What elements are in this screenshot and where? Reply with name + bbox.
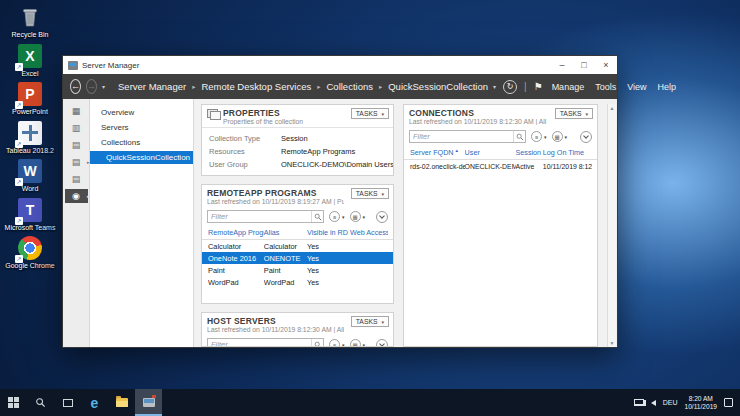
connections-row[interactable]: rds-02.oneclick-demo.com ONECLICK-DEMO\v…: [404, 160, 597, 172]
volume-icon[interactable]: [651, 400, 656, 406]
all-servers-icon[interactable]: ▤: [65, 138, 88, 152]
search-icon[interactable]: [311, 339, 323, 347]
property-row: User Group ONECLICK-DEMO\Domain Users: [209, 158, 386, 171]
taskbar-search-button[interactable]: [27, 389, 54, 416]
properties-header: PROPERTIES Properties of the collection …: [202, 105, 393, 127]
vertical-scrollbar[interactable]: ▲ ▼: [607, 104, 616, 347]
desktop-icon-tableau[interactable]: ↗ Tableau 2018.2: [2, 120, 58, 155]
task-view-button[interactable]: [54, 389, 81, 416]
notifications-flag-icon[interactable]: ⚑: [534, 81, 543, 92]
collection-detail-area: PROPERTIES Properties of the collection …: [194, 99, 617, 347]
desktop-icon-powerpoint[interactable]: P ↗ PowerPoint: [2, 81, 58, 116]
start-button[interactable]: [0, 389, 27, 416]
connections-filter-input[interactable]: [410, 132, 513, 141]
column-header-visible[interactable]: Visible in RD Web Access: [307, 228, 388, 237]
breadcrumb-collections[interactable]: Collections: [327, 81, 373, 92]
teams-icon: T ↗: [17, 197, 43, 223]
column-header-session-state[interactable]: Session State: [516, 148, 543, 157]
breadcrumb-quicksessioncollection[interactable]: QuickSessionCollection: [388, 81, 488, 92]
column-header-logon-time[interactable]: Log On Time: [543, 148, 592, 157]
column-header-alias[interactable]: Alias: [264, 228, 307, 237]
connections-tasks-button[interactable]: TASKS▾: [555, 108, 593, 119]
connections-table-header: Server FQDN▲ User Session State Log On T…: [404, 146, 597, 160]
grid-icon: ▦: [350, 339, 361, 347]
internet-explorer-icon: e: [91, 396, 99, 410]
host-servers-panel: HOST SERVERS Last refreshed on 10/11/201…: [201, 312, 394, 347]
minimize-button[interactable]: –: [551, 56, 573, 74]
internet-explorer-button[interactable]: e: [81, 389, 108, 416]
host-servers-filter-input[interactable]: [208, 340, 311, 347]
search-icon[interactable]: [513, 131, 525, 142]
desktop-icon-chrome[interactable]: ↗ Google Chrome: [2, 235, 58, 270]
breadcrumb-separator-icon: ▸: [192, 83, 195, 91]
breadcrumb-rds[interactable]: Remote Desktop Services: [201, 81, 311, 92]
maximize-button[interactable]: □: [573, 56, 595, 74]
breadcrumb-separator-icon: ▸: [317, 83, 320, 91]
server-manager-taskbar-button[interactable]: [135, 389, 162, 416]
desktop-icon-excel[interactable]: X ↗ Excel: [2, 43, 58, 78]
remote-desktop-services-icon[interactable]: ◉▸: [65, 189, 88, 203]
collapse-panel-button[interactable]: [376, 211, 388, 223]
back-button[interactable]: ←: [70, 79, 81, 94]
refresh-icon[interactable]: ↻: [503, 80, 517, 94]
menu-help[interactable]: Help: [656, 82, 679, 92]
properties-tasks-button[interactable]: TASKS▾: [351, 108, 389, 119]
desktop-icon-recycle-bin[interactable]: Recycle Bin: [2, 4, 58, 39]
file-explorer-button[interactable]: [108, 389, 135, 416]
saved-queries-button[interactable]: ≡▾: [531, 131, 547, 142]
desktop-icon-teams[interactable]: T ↗ Microsoft Teams: [2, 197, 58, 232]
close-button[interactable]: ×: [595, 56, 617, 74]
tree-item-quicksessioncollection[interactable]: QuickSessionCollection: [90, 151, 193, 164]
tree-item-servers[interactable]: Servers: [90, 121, 193, 134]
dashboard-icon[interactable]: ▦: [65, 104, 88, 118]
clock[interactable]: 8:20 AM 10/11/2019: [684, 395, 717, 410]
desktop-icon-word[interactable]: W ↗ Word: [2, 158, 58, 193]
language-indicator[interactable]: DEU: [663, 399, 678, 406]
saved-queries-button[interactable]: ≡▾: [329, 211, 345, 222]
remoteapp-row-paint[interactable]: Paint Paint Yes: [202, 264, 393, 276]
tree-item-overview[interactable]: Overview: [90, 106, 193, 119]
desktop: Recycle Bin X ↗ Excel P ↗ PowerPoint ↗ T…: [0, 0, 740, 416]
host-servers-tasks-button[interactable]: TASKS▾: [351, 316, 389, 327]
scroll-up-icon[interactable]: ▲: [610, 105, 615, 111]
sidebar-icon-5[interactable]: ▤: [65, 172, 88, 186]
caret-down-icon: ▾: [363, 342, 366, 348]
remoteapp-tasks-button[interactable]: TASKS▾: [351, 188, 389, 199]
tray-time: 8:20 AM: [684, 395, 717, 403]
grouping-button[interactable]: ▦▾: [350, 211, 366, 222]
properties-subtitle: Properties of the collection: [223, 118, 360, 125]
grouping-button[interactable]: ▦▾: [552, 131, 568, 142]
collapse-panel-button[interactable]: [376, 339, 388, 348]
connections-filter-box: [409, 130, 526, 143]
saved-queries-button[interactable]: ≡▾: [329, 339, 345, 347]
file-and-storage-services-icon[interactable]: ▤▸: [65, 155, 88, 169]
column-header-user[interactable]: User: [465, 148, 516, 157]
caret-down-icon: ▾: [363, 214, 366, 220]
desktop-icon-label: Word: [22, 185, 39, 193]
remoteapp-filter-input[interactable]: [208, 212, 311, 221]
history-dropdown-icon[interactable]: ▾: [102, 83, 105, 90]
remoteapp-row-calculator[interactable]: Calculator Calculator Yes: [202, 240, 393, 252]
scroll-down-icon[interactable]: ▼: [610, 340, 615, 346]
column-header-program-name[interactable]: RemoteApp Program Name: [208, 228, 264, 237]
collapse-panel-button[interactable]: [580, 131, 592, 143]
menu-view[interactable]: View: [625, 82, 648, 92]
remoteapp-row-wordpad[interactable]: WordPad WordPad Yes: [202, 276, 393, 288]
column-header-server-fqdn[interactable]: Server FQDN▲: [410, 148, 465, 157]
local-server-icon[interactable]: ▥: [65, 121, 88, 135]
window-titlebar[interactable]: Server Manager – □ ×: [63, 56, 617, 74]
menu-manage[interactable]: Manage: [550, 82, 587, 92]
chevron-down-icon: [379, 341, 385, 347]
breadcrumb-server-manager[interactable]: Server Manager: [118, 81, 186, 92]
forward-button[interactable]: →: [86, 79, 97, 94]
remoteapp-row-onenote-selected[interactable]: OneNote 2016 ONENOTE Yes: [202, 252, 393, 264]
menu-tools[interactable]: Tools: [593, 82, 618, 92]
navbar-right-group: ▾ ↻ | ⚑ Manage Tools View Help: [493, 80, 678, 94]
server-manager-icon: [143, 398, 155, 407]
navbar-dropdown-icon[interactable]: ▾: [493, 83, 496, 90]
action-center-icon[interactable]: [724, 398, 733, 407]
grouping-button[interactable]: ▦▾: [350, 339, 366, 347]
tree-item-collections[interactable]: Collections: [90, 136, 193, 149]
search-icon[interactable]: [311, 211, 323, 222]
remoteapp-filter-box: [207, 210, 324, 223]
